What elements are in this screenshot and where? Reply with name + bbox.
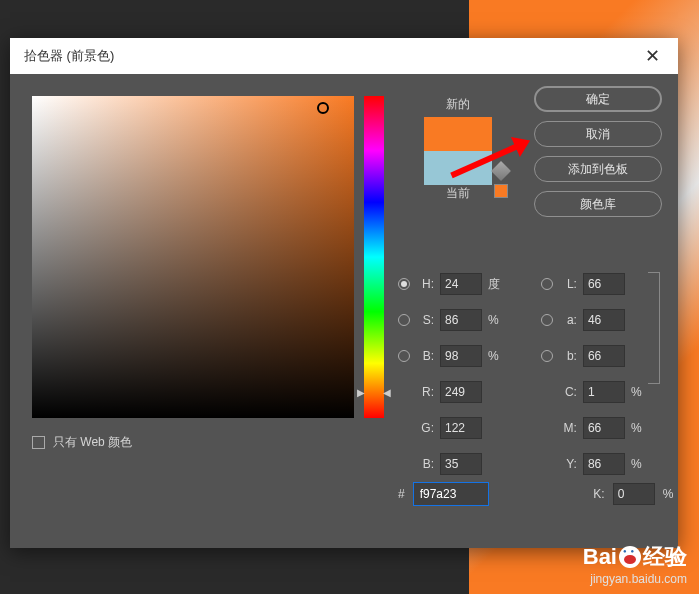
label-m: M: <box>559 421 577 435</box>
radio-s[interactable] <box>398 314 410 326</box>
lab-bracket-icon <box>648 272 660 384</box>
radio-b-lab[interactable] <box>541 350 553 362</box>
cancel-button[interactable]: 取消 <box>534 121 662 147</box>
ok-button[interactable]: 确定 <box>534 86 662 112</box>
input-g[interactable] <box>440 417 482 439</box>
color-field[interactable] <box>32 96 354 418</box>
input-b-lab[interactable] <box>583 345 625 367</box>
web-only-option: 只有 Web 颜色 <box>32 434 132 451</box>
label-r: R: <box>416 385 434 399</box>
hue-slider-thumb[interactable]: ▶ ◀ <box>357 387 391 398</box>
input-c[interactable] <box>583 381 625 403</box>
label-k: K: <box>587 487 605 501</box>
arrow-right-icon: ◀ <box>383 387 391 398</box>
input-k[interactable] <box>613 483 655 505</box>
watermark-brand-post: 经验 <box>643 542 687 572</box>
radio-l[interactable] <box>541 278 553 290</box>
input-s[interactable] <box>440 309 482 331</box>
input-r[interactable] <box>440 381 482 403</box>
add-swatch-button[interactable]: 添加到色板 <box>534 156 662 182</box>
preview-new-swatch <box>424 117 492 151</box>
dialog-body: ▶ ◀ 新的 当前 确定 取消 添加到色板 颜色库 H: 度 <box>10 74 678 548</box>
unit-c: % <box>631 385 647 399</box>
color-libraries-button[interactable]: 颜色库 <box>534 191 662 217</box>
input-l[interactable] <box>583 273 625 295</box>
watermark-url: jingyan.baidu.com <box>583 572 687 586</box>
arrow-left-icon: ▶ <box>357 387 365 398</box>
watermark: Bai 经验 jingyan.baidu.com <box>583 542 687 586</box>
web-only-label: 只有 Web 颜色 <box>53 434 132 451</box>
label-y: Y: <box>559 457 577 471</box>
unit-h: 度 <box>488 276 504 293</box>
hex-label: # <box>398 487 405 501</box>
gamut-warning-swatch[interactable] <box>494 184 508 198</box>
web-only-checkbox[interactable] <box>32 436 45 449</box>
label-c: C: <box>559 385 577 399</box>
paw-icon <box>619 546 641 568</box>
close-button[interactable]: ✕ <box>641 45 664 67</box>
label-h: H: <box>416 277 434 291</box>
input-a[interactable] <box>583 309 625 331</box>
watermark-brand-pre: Bai <box>583 544 617 570</box>
input-m[interactable] <box>583 417 625 439</box>
radio-b-hsb[interactable] <box>398 350 410 362</box>
color-inputs: H: 度 L: S: % a: <box>398 266 668 482</box>
input-y[interactable] <box>583 453 625 475</box>
label-b-hsb: B: <box>416 349 434 363</box>
input-hex[interactable] <box>413 482 489 506</box>
label-l: L: <box>559 277 577 291</box>
label-g: G: <box>416 421 434 435</box>
action-buttons: 确定 取消 添加到色板 颜色库 <box>534 86 662 217</box>
unit-s: % <box>488 313 504 327</box>
label-b-lab: b: <box>559 349 577 363</box>
unit-b-hsb: % <box>488 349 504 363</box>
radio-a[interactable] <box>541 314 553 326</box>
cube-icon[interactable] <box>491 161 511 181</box>
hue-slider[interactable] <box>364 96 384 418</box>
unit-y: % <box>631 457 647 471</box>
label-s: S: <box>416 313 434 327</box>
label-a: a: <box>559 313 577 327</box>
label-b-rgb: B: <box>416 457 434 471</box>
dialog-title-text: 拾色器 (前景色) <box>24 47 114 65</box>
preview-new-label: 新的 <box>398 96 518 113</box>
dialog-titlebar: 拾色器 (前景色) ✕ <box>10 38 678 74</box>
unit-k: % <box>663 487 679 501</box>
color-picker-dialog: 拾色器 (前景色) ✕ ▶ ◀ 新的 当前 确定 取消 添加到色板 颜色库 <box>10 38 678 548</box>
unit-m: % <box>631 421 647 435</box>
hex-row: # K: % <box>398 482 679 506</box>
color-cursor-icon <box>317 102 329 114</box>
input-h[interactable] <box>440 273 482 295</box>
input-b-rgb[interactable] <box>440 453 482 475</box>
radio-h[interactable] <box>398 278 410 290</box>
input-b-hsb[interactable] <box>440 345 482 367</box>
